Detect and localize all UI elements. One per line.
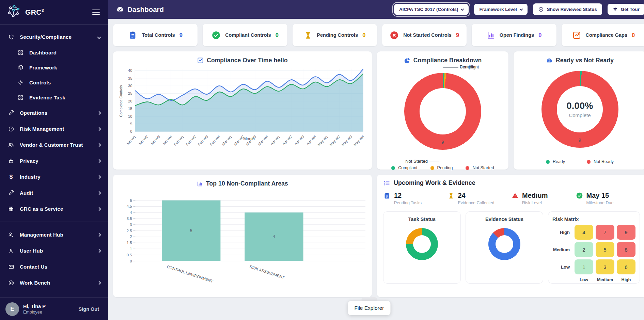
sidebar-item-grc-as-a-service[interactable]: GRC as a Service bbox=[0, 201, 108, 217]
gear-icon bbox=[17, 79, 24, 85]
stat-not-started-controls[interactable]: Not Started Controls 9 bbox=[382, 24, 467, 46]
sidebar-item-controls[interactable]: Controls bbox=[0, 75, 108, 90]
chevron-right-icon bbox=[97, 207, 101, 211]
evidence-status-donut[interactable] bbox=[488, 228, 520, 260]
stat-compliant-controls[interactable]: Compliant Controls 0 bbox=[203, 24, 287, 46]
sidebar-item-dashboard[interactable]: Dashboard bbox=[0, 45, 108, 60]
alert-circle-icon bbox=[7, 126, 15, 132]
sidebar-item-work-bench[interactable]: Work Bench bbox=[0, 275, 108, 291]
sidebar-item-evidence-task[interactable]: Evidence Task bbox=[0, 90, 108, 105]
svg-text:4.5: 4.5 bbox=[127, 204, 132, 208]
chevron-right-icon bbox=[97, 233, 101, 237]
user-greeting: Hi, Tina P bbox=[23, 304, 46, 309]
svg-text:30: 30 bbox=[128, 84, 132, 88]
svg-text:Feb W3: Feb W3 bbox=[197, 134, 209, 146]
top-non-compliant-chart[interactable]: 00.511.522.533.544.555CONTROL ENVIRONMEN… bbox=[118, 189, 367, 290]
logo-row: GRC3 bbox=[0, 0, 108, 25]
stat-total-controls[interactable]: Total Controls 9 bbox=[113, 24, 198, 46]
svg-text:Month: Month bbox=[244, 137, 255, 141]
sidebar-item-industry[interactable]: $ Industry bbox=[0, 169, 108, 185]
chevron-down-icon bbox=[97, 35, 101, 39]
compliance-breakdown-legend: Compliant Pending Not Started bbox=[382, 165, 504, 170]
svg-text:1: 1 bbox=[130, 247, 132, 251]
tachometer-icon bbox=[116, 5, 124, 13]
svg-text:5: 5 bbox=[190, 228, 192, 233]
legend-dot bbox=[430, 166, 434, 170]
sidebar-item-risk-management[interactable]: Risk Management bbox=[0, 121, 108, 137]
sidebar-item-user-hub[interactable]: User Hub bbox=[0, 243, 108, 259]
svg-text:3: 3 bbox=[130, 223, 132, 227]
svg-text:Mar W4: Mar W4 bbox=[257, 134, 269, 146]
framework-select[interactable]: AICPA TSC 2017 (Controls) bbox=[394, 4, 469, 15]
upstat-evidence-collected: 24Evidence Collected bbox=[447, 192, 512, 205]
sidebar-item-label: Security/Compliance bbox=[20, 34, 72, 40]
matrix-cell: 2 bbox=[575, 242, 593, 257]
ready-donut[interactable]: 0.00% Complete 9 bbox=[541, 71, 618, 148]
slice-value-label: 9 bbox=[404, 140, 481, 145]
sidebar-item-label: Controls bbox=[29, 80, 51, 85]
sidebar-item-vendor-customer-trust[interactable]: Vendor & Customer Trust bbox=[0, 137, 108, 153]
matrix-cell: 4 bbox=[575, 225, 593, 240]
eye-icon bbox=[538, 6, 544, 12]
grid-icon bbox=[17, 95, 24, 100]
bar-chart-icon bbox=[487, 31, 495, 39]
sidebar-footer: E Hi, Tina P Employee Sign Out bbox=[0, 298, 108, 320]
sidebar-item-label: Dashboard bbox=[29, 50, 57, 55]
header-actions: AICPA TSC 2017 (Controls) Framework Leve… bbox=[394, 3, 644, 15]
warning-triangle-icon bbox=[512, 192, 519, 199]
compliance-breakdown-donut[interactable]: 9 bbox=[404, 73, 481, 150]
ready-vs-not-ready-chart[interactable]: 0.00% Complete 9 bbox=[541, 71, 618, 148]
dashboard-content: Total Controls 9 Compliant Controls 0 Pe… bbox=[108, 19, 644, 297]
menu-toggle-icon[interactable] bbox=[91, 8, 101, 17]
sidebar-item-label: Work Bench bbox=[20, 280, 50, 286]
sidebar-item-privacy[interactable]: Privacy bbox=[0, 153, 108, 169]
matrix-cell: 8 bbox=[617, 242, 635, 257]
sidebar-item-audit[interactable]: Audit bbox=[0, 185, 108, 201]
complete-percentage: 0.00% bbox=[566, 101, 593, 111]
svg-text:Apr W2: Apr W2 bbox=[282, 134, 293, 146]
sidebar-item-label: Privacy bbox=[20, 158, 38, 164]
task-status-donut[interactable] bbox=[406, 228, 438, 260]
stat-compliance-gaps[interactable]: Compliance Gaps 0 bbox=[562, 24, 644, 46]
svg-text:40: 40 bbox=[128, 68, 132, 73]
stat-open-findings[interactable]: Open Findings 0 bbox=[472, 24, 556, 46]
sidebar-item-label: GRC as a Service bbox=[20, 206, 63, 212]
sidebar-item-framework[interactable]: Framework bbox=[0, 60, 108, 75]
svg-text:0: 0 bbox=[130, 129, 132, 133]
pie-chart-icon bbox=[404, 57, 410, 64]
svg-text:Feb W1: Feb W1 bbox=[173, 134, 185, 146]
bar-chart-icon bbox=[197, 181, 203, 187]
legend-dot bbox=[546, 160, 550, 164]
sign-out-button[interactable]: Sign Out bbox=[79, 306, 99, 312]
framework-level-select[interactable]: Framework Level bbox=[474, 4, 527, 15]
sidebar-item-security-compliance[interactable]: Security/Compliance bbox=[0, 29, 108, 45]
matrix-cell: 6 bbox=[617, 259, 635, 274]
file-explorer-button[interactable]: File Explorer bbox=[348, 301, 391, 315]
layers-icon bbox=[17, 64, 24, 70]
signpost-icon bbox=[613, 7, 618, 12]
upcoming-stats: 12Pending Tasks 24Evidence Collected Med… bbox=[383, 192, 640, 205]
sidebar-item-label: Contact Us bbox=[20, 264, 47, 270]
svg-text:Jan W2: Jan W2 bbox=[137, 134, 149, 146]
compliance-over-time-chart[interactable]: 0510152025303540Jan W1Jan W2Jan W3Jan W4… bbox=[118, 65, 367, 161]
grid-icon bbox=[7, 206, 15, 212]
target-icon bbox=[7, 280, 15, 286]
sidebar-item-label: Industry bbox=[20, 174, 41, 180]
chevron-down-icon bbox=[519, 7, 523, 11]
get-tour-button[interactable]: Get Tour bbox=[608, 4, 644, 15]
sidebar-item-contact-us[interactable]: Contact Us bbox=[0, 259, 108, 275]
compliance-breakdown-title: Compliance Breakdown bbox=[382, 55, 504, 64]
sidebar-item-operations[interactable]: Operations bbox=[0, 105, 108, 121]
svg-text:10: 10 bbox=[128, 114, 132, 118]
task-status-title: Task Status bbox=[388, 217, 456, 222]
svg-text:2: 2 bbox=[130, 235, 132, 239]
svg-text:May W2: May W2 bbox=[329, 134, 341, 147]
upcoming-subcards: Task Status Evidence Status Risk Matrix … bbox=[383, 211, 640, 284]
sidebar-item-management-hub[interactable]: Management Hub bbox=[0, 227, 108, 243]
file-explorer[interactable]: File Explorer bbox=[348, 301, 391, 315]
stat-pending-controls[interactable]: Pending Controls 0 bbox=[293, 24, 377, 46]
matrix-cell: 9 bbox=[617, 225, 635, 240]
ready-vs-not-ready-card: Ready vs Not Ready 0.00% Complete 9 Read… bbox=[514, 51, 644, 170]
show-reviewed-status-button[interactable]: Show Reviewed Status bbox=[533, 3, 602, 15]
compliance-breakdown-chart[interactable]: 9 Compliant Pending Not Started bbox=[404, 73, 481, 150]
